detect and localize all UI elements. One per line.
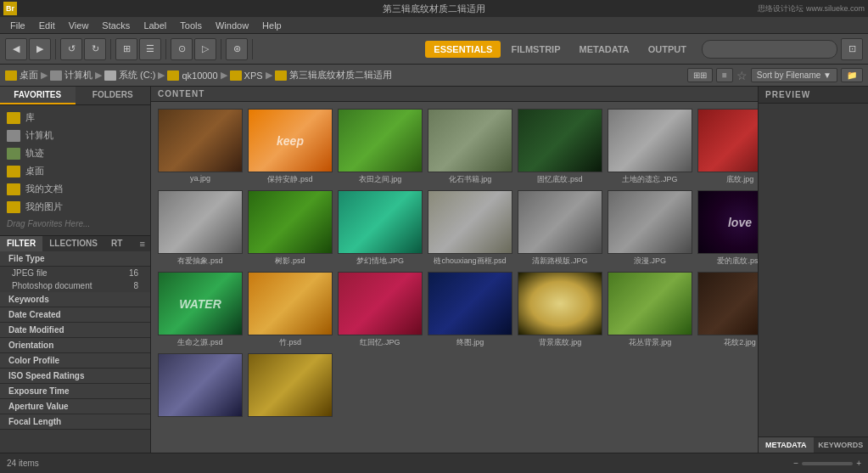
path-main-folder[interactable]: 第三辑底纹材质二辑适用: [275, 69, 392, 82]
thumb-item[interactable]: 终图.jpg: [428, 272, 512, 348]
filter-date-created[interactable]: Date Created: [0, 307, 150, 323]
thumb-label: 梦幻情地.JPG: [356, 256, 404, 267]
thumb-item[interactable]: 背景底纹.jpg: [518, 272, 602, 348]
filter-aperture[interactable]: Aperture Value: [0, 399, 150, 414]
fav-item-mypics[interactable]: 我的图片: [0, 198, 150, 216]
thumb-label: 底纹.jpg: [726, 174, 754, 185]
tab-folders[interactable]: FOLDERS: [76, 87, 151, 104]
menubar: File Edit View Stacks Label Tools Window…: [0, 17, 868, 34]
fav-item-computer[interactable]: 计算机: [0, 127, 150, 144]
thumb-item[interactable]: 清新路模版.JPG: [518, 190, 602, 267]
filter-color-profile[interactable]: Color Profile: [0, 353, 150, 369]
fav-item-desktop[interactable]: 桌面: [0, 162, 150, 180]
back-button[interactable]: ◀: [5, 38, 27, 60]
tab-favorites[interactable]: FAVORITES: [0, 87, 76, 104]
path-desktop[interactable]: 桌面: [5, 69, 38, 82]
main-layout: FAVORITES FOLDERS 库 计算机 轨迹 桌面 我的文档: [0, 87, 868, 453]
menu-help[interactable]: Help: [255, 20, 288, 31]
meta-tab-keywords[interactable]: KEYWORDS: [814, 437, 869, 453]
refine-button[interactable]: ⊛: [226, 38, 248, 60]
open-recent-button[interactable]: ⊙: [171, 38, 193, 60]
path-tools: ⊞⊞ ≡ ☆ Sort by Filename ▼ 📁: [687, 68, 863, 82]
thumb-item[interactable]: keep保持安静.psd: [248, 109, 333, 185]
folder-icon4: [167, 70, 179, 81]
filter-file-type[interactable]: File Type: [0, 251, 150, 267]
rotate-right-button[interactable]: ↻: [84, 38, 106, 60]
search-input[interactable]: [702, 40, 837, 59]
fav-item-library[interactable]: 库: [0, 109, 150, 127]
thumb-item[interactable]: 底纹.jpg: [697, 109, 758, 185]
thumb-item[interactable]: 树影.psd: [248, 190, 333, 267]
sort-label: Sort by Filename: [757, 70, 821, 80]
thumb-item[interactable]: 竹.psd: [248, 272, 333, 348]
thumb-item[interactable]: love爱的底纹.psd: [697, 190, 758, 267]
menu-stacks[interactable]: Stacks: [95, 20, 137, 31]
view-button[interactable]: ⊞: [115, 38, 137, 60]
filter-focal[interactable]: Focal Length: [0, 414, 150, 430]
rotate-left-button[interactable]: ↺: [60, 38, 82, 60]
thumb-item[interactable]: [248, 353, 333, 419]
preview-area: [759, 104, 868, 436]
filter-iso[interactable]: ISO Speed Ratings: [0, 369, 150, 384]
slideshow-button[interactable]: ▷: [194, 38, 216, 60]
thumb-item[interactable]: 浪漫.JPG: [608, 190, 692, 267]
path-system[interactable]: 系统 (C:): [104, 69, 155, 82]
zoom-in-icon[interactable]: +: [856, 459, 861, 468]
thumb-item[interactable]: 衣田之间.jpg: [338, 109, 423, 185]
forward-button[interactable]: ▶: [29, 38, 51, 60]
tab-metadata[interactable]: METADATA: [571, 41, 638, 58]
fav-item-mydocs[interactable]: 我的文档: [0, 180, 150, 198]
filter-tab-collections[interactable]: LLECTIONS: [42, 236, 104, 251]
list-view-button[interactable]: ≡: [716, 68, 733, 82]
thumb-label: 树影.psd: [275, 256, 305, 267]
filter-date-modified[interactable]: Date Modified: [0, 323, 150, 338]
thumb-item[interactable]: 土地的遗忘.JPG: [608, 109, 692, 185]
thumb-item[interactable]: 梿chouxiang画框.psd: [428, 190, 512, 267]
thumb-item[interactable]: 花纹2.jpg: [697, 272, 758, 348]
menu-view[interactable]: View: [62, 20, 96, 31]
thumb-item[interactable]: 化石书籍.jpg: [428, 109, 512, 185]
folder-icon5: [230, 70, 242, 81]
mypics-icon: [7, 201, 20, 213]
tab-output[interactable]: OUTPUT: [640, 41, 695, 58]
size-slider[interactable]: [802, 462, 853, 465]
thumb-item[interactable]: 花丛背景.jpg: [608, 272, 692, 348]
folder-button[interactable]: 📁: [841, 68, 863, 82]
filter-tab-rt[interactable]: RT: [104, 236, 129, 251]
tab-essentials[interactable]: ESSENTIALS: [425, 41, 501, 58]
menu-window[interactable]: Window: [209, 20, 255, 31]
search-button[interactable]: ⊡: [841, 38, 863, 60]
filter-tab-filter[interactable]: FILTER: [0, 236, 42, 251]
menu-file[interactable]: File: [3, 20, 32, 31]
fav-label-track: 轨迹: [25, 147, 44, 160]
menu-edit[interactable]: Edit: [32, 20, 62, 31]
fav-item-track[interactable]: 轨迹: [0, 144, 150, 162]
path-computer[interactable]: 计算机: [50, 69, 92, 82]
menu-tools[interactable]: Tools: [173, 20, 209, 31]
filter-exposure[interactable]: Exposure Time: [0, 384, 150, 399]
path-xps[interactable]: XPS: [230, 70, 263, 81]
view-button2[interactable]: ☰: [139, 38, 161, 60]
grid-view-button[interactable]: ⊞⊞: [687, 68, 713, 82]
filter-jpeg-row: JPEG file 16: [0, 267, 150, 279]
path-label-system: 系统 (C:): [119, 69, 155, 82]
filter-keywords[interactable]: Keywords: [0, 292, 150, 307]
path-qk[interactable]: qk10000: [167, 70, 217, 81]
thumb-item[interactable]: 固忆底纹.psd: [518, 109, 602, 185]
thumb-item[interactable]: WATER生命之源.psd: [158, 272, 243, 348]
filter-menu-button[interactable]: ≡: [135, 236, 150, 251]
zoom-out-icon[interactable]: −: [793, 459, 798, 468]
fav-label-mypics: 我的图片: [25, 200, 63, 213]
filter-orientation[interactable]: Orientation: [0, 338, 150, 353]
star-icon[interactable]: ☆: [736, 69, 748, 82]
thumb-item[interactable]: [158, 353, 243, 419]
thumb-item[interactable]: ya.jpg: [158, 109, 243, 185]
thumb-item[interactable]: 有爱抽象.psd: [158, 190, 243, 267]
sort-button[interactable]: Sort by Filename ▼: [751, 68, 837, 82]
menu-label[interactable]: Label: [137, 20, 173, 31]
thumb-item[interactable]: 红回忆.JPG: [338, 272, 423, 348]
meta-tab-metadata[interactable]: METADATA: [759, 437, 814, 453]
tab-filmstrip[interactable]: FILMSTRIP: [502, 41, 568, 58]
status-right: − +: [793, 459, 861, 468]
thumb-item[interactable]: 梦幻情地.JPG: [338, 190, 423, 267]
